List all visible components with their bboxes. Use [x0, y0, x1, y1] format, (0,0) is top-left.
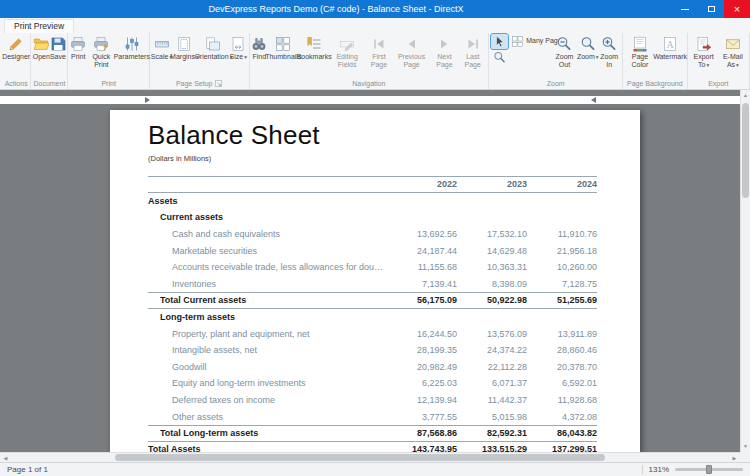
- row-label: Total Current assets: [148, 295, 387, 305]
- row-value: 21,956.18: [527, 246, 597, 256]
- vertical-scroll-thumb[interactable]: [742, 103, 749, 198]
- svg-text:A: A: [666, 39, 674, 50]
- ribbon-button-quick-print[interactable]: Quick Print: [87, 34, 116, 79]
- ribbon-button-editing-fields[interactable]: Editing Fields: [330, 34, 365, 79]
- ribbon-button-magnifier[interactable]: [491, 50, 508, 65]
- ribbon-button-next-page[interactable]: Next Page: [431, 34, 459, 79]
- tab-print-preview[interactable]: Print Preview: [4, 19, 74, 33]
- ribbon-button-page-color[interactable]: Page Color: [625, 34, 655, 79]
- ribbon-group-label: Print: [70, 79, 146, 89]
- table-row-other-assets: Other assets3,777.555,015.984,372.08: [148, 408, 597, 425]
- ribbon-button-parameters[interactable]: Parameters: [117, 34, 147, 79]
- row-label: Goodwill: [148, 362, 387, 372]
- zoom-slider-thumb[interactable]: [706, 465, 712, 474]
- designer-icon: [8, 35, 24, 53]
- horizontal-scroll-thumb[interactable]: [115, 454, 605, 461]
- row-label: Assets: [148, 196, 387, 206]
- row-value: 14,629.48: [457, 246, 527, 256]
- row-value: 56,175.09: [387, 295, 457, 305]
- ribbon-button-export-to[interactable]: Export To▾: [690, 34, 718, 79]
- ribbon-button-e-mail-as[interactable]: E-Mail As▾: [719, 34, 747, 79]
- chevron-down-icon: ▾: [706, 62, 709, 68]
- right-margin-handle[interactable]: [591, 97, 596, 103]
- scrollbar-corner: [740, 452, 750, 462]
- close-icon: ×: [734, 3, 740, 15]
- ribbon-button-watermark[interactable]: AWatermark: [656, 34, 685, 79]
- left-margin-handle[interactable]: [145, 97, 150, 103]
- nav-last-icon: [465, 35, 481, 53]
- row-value: 16,244.50: [387, 329, 457, 339]
- ribbon-button-mouse-pointer[interactable]: [491, 34, 508, 49]
- margin-ruler[interactable]: [0, 96, 740, 104]
- ribbon-button-thumbnails[interactable]: Thumbnails: [268, 34, 298, 79]
- row-value: 13,576.09: [457, 329, 527, 339]
- nav-first-icon: [371, 35, 387, 53]
- save-icon: [50, 35, 66, 53]
- ribbon-button-orientation[interactable]: Orientation▾: [198, 34, 229, 79]
- ribbon-button-print[interactable]: Print: [70, 34, 86, 79]
- scroll-up-icon[interactable]: ▲: [741, 90, 750, 101]
- zoom-slider[interactable]: [675, 468, 743, 471]
- margins-icon: [176, 35, 192, 53]
- ribbon-button-zoom-in[interactable]: Zoom In: [598, 34, 620, 79]
- ribbon-button-save[interactable]: Save: [50, 34, 65, 79]
- row-value: 6,071.37: [457, 378, 527, 388]
- editing-fields-icon: [339, 35, 355, 53]
- table-header-row: 202220232024: [148, 176, 597, 193]
- ribbon-button-last-page[interactable]: Last Page: [459, 34, 486, 79]
- ribbon-group-navigation: FindThumbnailsBookmarksEditing FieldsFir…: [250, 33, 490, 89]
- row-value: 143,743.95: [387, 444, 457, 452]
- ribbon-group-label: Document: [33, 79, 65, 89]
- scroll-left-icon[interactable]: ◀: [0, 453, 11, 462]
- row-value: 13,911.89: [527, 329, 597, 339]
- table-row-accounts-receivable-trade-less-allowances-for-doubtful: Accounts receivable trade, less allowanc…: [148, 259, 597, 276]
- row-value: 13,692.56: [387, 229, 457, 239]
- orientation-icon: [205, 35, 221, 53]
- close-button[interactable]: ×: [724, 0, 750, 18]
- scroll-right-icon[interactable]: ▶: [729, 453, 740, 462]
- minimize-button[interactable]: [672, 0, 698, 18]
- ribbon-button-previous-page[interactable]: Previous Page: [394, 34, 430, 79]
- ribbon-group-page-background: Page ColorAWatermarkPage Background: [623, 33, 687, 89]
- row-label: Other assets: [148, 412, 387, 422]
- dialog-launcher-icon[interactable]: ↘: [215, 80, 222, 87]
- table-row-assets: Assets: [148, 193, 597, 210]
- ribbon-button-size[interactable]: Size▾: [230, 34, 246, 79]
- ribbon-button-label: Print: [71, 53, 85, 61]
- ribbon-button-bookmarks[interactable]: Bookmarks: [299, 34, 328, 79]
- ribbon-button-designer[interactable]: Designer: [4, 34, 28, 79]
- row-value: 10,363.31: [457, 262, 527, 272]
- report-title: Balance Sheet: [148, 120, 597, 151]
- ribbon-button-open[interactable]: Open: [33, 34, 49, 79]
- chevron-down-icon: ▾: [244, 54, 247, 60]
- ribbon-button-label: Zoom In: [600, 53, 618, 70]
- table-row-goodwill: Goodwill20,982.4922,112.2820,378.70: [148, 359, 597, 376]
- row-label: Equity and long-term investments: [148, 378, 387, 388]
- maximize-button[interactable]: [698, 0, 724, 18]
- row-value: 11,155.68: [387, 262, 457, 272]
- scroll-down-icon[interactable]: ▼: [741, 441, 750, 452]
- ribbon-button-label: Last Page: [461, 53, 484, 70]
- horizontal-scrollbar[interactable]: ◀ ▶: [0, 452, 740, 462]
- ribbon-button-margins[interactable]: Margins▾: [172, 34, 197, 79]
- table-row-cash-and-cash-equivalents: Cash and cash equivalents13,692.5617,532…: [148, 226, 597, 243]
- minimize-icon: [681, 9, 689, 10]
- vertical-scrollbar[interactable]: ▲ ▼: [740, 90, 750, 452]
- balance-sheet-table: 202220232024AssetsCurrent assetsCash and…: [148, 176, 597, 452]
- ribbon-button-zoom[interactable]: Zoom▾: [578, 34, 597, 79]
- table-row-inventories: Inventories7,139.418,398.097,128.75: [148, 276, 597, 293]
- table-row-equity-and-long-term-investments: Equity and long-term investments6,225.03…: [148, 375, 597, 392]
- ribbon-button-first-page[interactable]: First Page: [365, 34, 392, 79]
- ribbon-group-page-setup: Scale▾Margins▾Orientation▾Size▾Page Setu…: [150, 33, 250, 89]
- ribbon-button-many-pages[interactable]: Many Pages: [509, 34, 550, 49]
- zoom-control: 131%: [642, 465, 743, 474]
- row-label: Deferred taxes on income: [148, 395, 387, 405]
- ribbon-button-zoom-out[interactable]: Zoom Out: [552, 34, 578, 79]
- ribbon-button-scale[interactable]: Scale▾: [152, 34, 171, 79]
- row-label: Intangible assets, net: [148, 345, 387, 355]
- ribbon-group-document: OpenSaveDocument: [31, 33, 68, 89]
- maximize-icon: [708, 6, 715, 12]
- row-value: 20,982.49: [387, 362, 457, 372]
- ribbon-button-label: Next Page: [433, 53, 457, 70]
- ribbon-button-label: First Page: [367, 53, 390, 70]
